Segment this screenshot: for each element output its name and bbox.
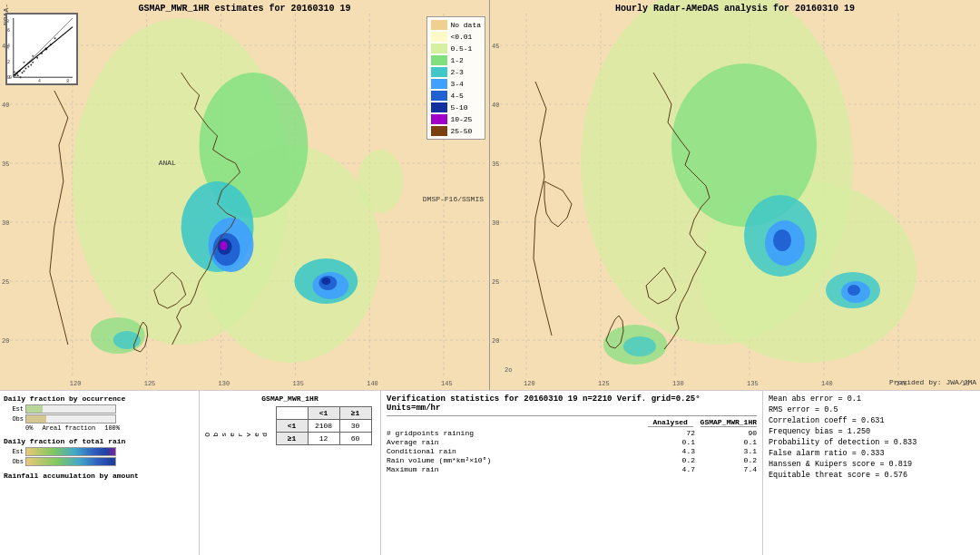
svg-text:6: 6: [7, 28, 10, 33]
stats-row-label-3: Rain volume (mm*km²×10⁶): [387, 456, 642, 464]
bar-fill-est1: [26, 405, 43, 413]
svg-text:125: 125: [144, 380, 156, 387]
stats-row-1: Average rain0.10.1: [387, 438, 757, 446]
right-map-panel: Hourly Radar-AMeDAS analysis for 2016031…: [490, 0, 980, 390]
svg-point-27: [358, 150, 403, 213]
svg-point-98: [623, 336, 656, 356]
svg-point-24: [321, 278, 330, 285]
stats-title: Verification statistics for 20160310 19 …: [387, 394, 757, 413]
svg-point-68: [24, 62, 25, 63]
legend-item-1: 1-2: [431, 54, 481, 66]
svg-text:30: 30: [492, 219, 499, 227]
bar-row-est1: Est: [4, 404, 195, 414]
legend-label-4: 4-5: [450, 92, 463, 100]
svg-text:135: 135: [747, 380, 759, 387]
svg-text:120: 120: [70, 380, 82, 387]
stats-row-0: # gridpoints raining7290: [387, 429, 757, 437]
stats-row-val2-2: 3.1: [702, 447, 757, 455]
svg-text:25: 25: [2, 278, 9, 286]
svg-point-59: [32, 62, 34, 63]
est1-label: Est: [4, 405, 24, 413]
legend-label-25: 25-50: [450, 127, 472, 135]
stats-row-2: Conditional rain4.33.1: [387, 447, 757, 455]
legend-color-10: [431, 114, 447, 124]
col-ge1: ≥1: [339, 407, 371, 420]
col-lt1: <1: [308, 407, 339, 420]
stats-row-val1-2: 4.3: [650, 447, 695, 455]
legend-item-5: 5-10: [431, 102, 481, 113]
svg-text:8: 8: [66, 79, 69, 83]
svg-point-60: [36, 57, 38, 59]
axis-end-1: 100%: [104, 424, 120, 432]
right-stat-3: Frequency bias = 1.250: [769, 427, 975, 436]
main-container: NOAA- GSMAP_MWR_1HR estimates for 201603…: [0, 0, 980, 555]
svg-text:130: 130: [219, 380, 230, 387]
stats-row-label-0: # gridpoints raining: [387, 429, 642, 437]
axis-start-1: 0%: [25, 424, 33, 432]
svg-text:2: 2: [7, 60, 10, 64]
bar-section2-title: Daily fraction of total rain: [4, 437, 195, 445]
svg-text:120: 120: [524, 380, 535, 387]
svg-text:45: 45: [492, 43, 499, 50]
svg-text:145: 145: [441, 380, 453, 387]
cell-11: 2108: [308, 420, 339, 433]
svg-point-55: [24, 70, 25, 72]
bar-fill-obs2: [26, 458, 115, 465]
bar-container-est2: [25, 447, 116, 456]
bar-row-est2: Est: [4, 447, 195, 456]
scatter-svg: 0 4 8 4 8: [6, 14, 77, 84]
legend-item-25: 25-50: [431, 125, 481, 137]
svg-point-64: [54, 37, 56, 39]
right-stat-2: Correlation coeff = 0.631: [769, 416, 975, 425]
svg-text:25: 25: [492, 278, 499, 286]
bar-row-obs1: Obs: [4, 414, 195, 424]
legend-color-5: [431, 102, 447, 112]
legend: No data <0.01 0.5-1 1-2 2-3: [426, 16, 485, 140]
legend-color-05: [431, 44, 447, 54]
stats-col2-header: GSMAP_MWR_1HR: [701, 418, 757, 427]
svg-point-67: [32, 55, 34, 57]
legend-item-001: <0.01: [431, 31, 481, 43]
legend-label-05: 0.5-1: [450, 44, 472, 53]
svg-text:140: 140: [367, 380, 378, 387]
stats-row-val1-4: 4.7: [650, 465, 695, 473]
legend-label-2: 2-3: [450, 68, 463, 76]
right-stat-7: Equitable threat score = 0.576: [769, 471, 975, 480]
svg-text:4: 4: [38, 79, 41, 83]
stats-row-label-4: Maximum rain: [387, 465, 642, 473]
svg-text:125: 125: [598, 380, 610, 387]
bar-container-obs2: [25, 457, 116, 466]
svg-text:130: 130: [672, 380, 684, 387]
bar-charts-panel: Daily fraction by occurrence Est Obs 0% …: [0, 391, 200, 555]
right-stat-5: False alarm ratio = 0.333: [769, 449, 975, 458]
stats-row-val2-0: 90: [702, 429, 757, 437]
axis-labels-1: 0% Areal fraction 100%: [25, 424, 120, 432]
svg-point-96: [848, 285, 860, 296]
svg-point-58: [30, 64, 32, 66]
cell-12: 30: [339, 420, 371, 433]
left-map-panel: NOAA- GSMAP_MWR_1HR estimates for 201603…: [0, 0, 490, 390]
svg-point-53: [17, 74, 19, 76]
bar-row-obs2: Obs: [4, 457, 195, 466]
legend-color-4: [431, 91, 447, 101]
legend-color-2: [431, 67, 447, 77]
stats-rows-container: # gridpoints raining7290Average rain0.10…: [387, 429, 757, 473]
obs-vertical-label: Observed: [203, 433, 269, 437]
legend-item-05: 0.5-1: [431, 43, 481, 54]
stats-row-3: Rain volume (mm*km²×10⁶)0.20.2: [387, 456, 757, 464]
row-ge1: ≥1: [276, 433, 308, 445]
right-map-title: Hourly Radar-AMeDAS analysis for 2016031…: [490, 4, 980, 14]
svg-text:40: 40: [2, 102, 9, 109]
stats-row-label-1: Average rain: [387, 438, 642, 446]
legend-item-10: 10-25: [431, 113, 481, 125]
svg-text:35: 35: [492, 161, 499, 168]
stats-panel: Verification statistics for 20160310 19 …: [381, 391, 762, 555]
legend-color-25: [431, 126, 447, 136]
legend-label-5: 5-10: [450, 103, 467, 112]
svg-text:ANAL: ANAL: [159, 159, 176, 167]
svg-text:0: 0: [7, 75, 10, 80]
contingency-panel: GSMAP_MWR_1HR Observed <1 ≥1 <1: [200, 391, 381, 555]
bar-container-est1: [25, 404, 116, 414]
est2-label: Est: [4, 448, 24, 455]
stats-row-val1-3: 0.2: [650, 456, 695, 464]
